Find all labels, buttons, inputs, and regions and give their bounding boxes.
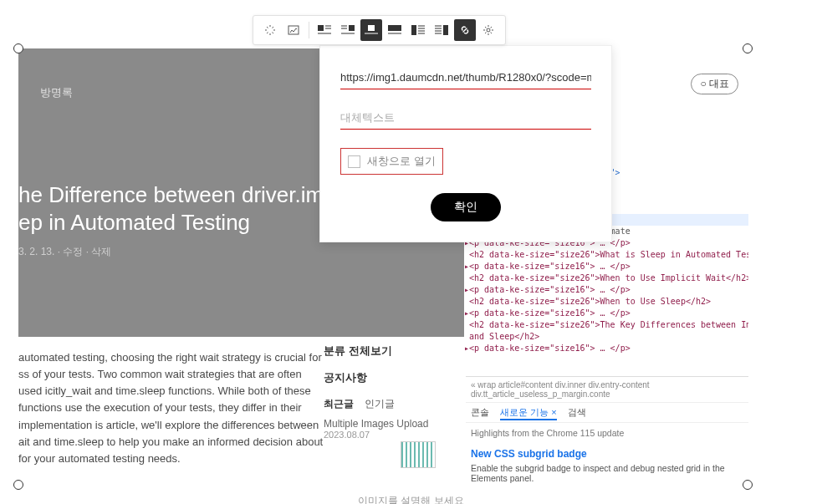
- svg-line-6: [267, 33, 268, 34]
- sidebar-tab-recent: 최근글: [324, 397, 354, 411]
- breadcrumb: 방명록: [40, 85, 73, 100]
- confirm-button[interactable]: 확인: [431, 193, 501, 221]
- svg-rect-8: [288, 26, 299, 34]
- devtools-tab-whatsnew: 새로운 기능 ×: [500, 407, 557, 420]
- chrome-highlights-heading: Highlights from the Chrome 115 update: [466, 423, 748, 443]
- image-caption-input[interactable]: 이미지를 설명해 보세요: [0, 494, 822, 504]
- article-meta: 3. 2. 13. · 수정 · 삭제: [18, 245, 111, 259]
- sidebar-post-title: Multiple Images Upload: [324, 418, 466, 430]
- svg-rect-19: [388, 25, 401, 31]
- align-left-icon[interactable]: [314, 19, 335, 41]
- svg-line-7: [273, 27, 274, 28]
- blog-sidebar: 분류 전체보기 공지사항 최근글 인기글 Multiple Images Upl…: [324, 337, 466, 440]
- whatsnew-item-title-1: New CSS subgrid badge: [466, 443, 748, 461]
- svg-rect-9: [318, 25, 324, 31]
- svg-line-5: [273, 33, 274, 34]
- gear-icon[interactable]: [477, 19, 499, 41]
- devtools-whatsnew-panel: « wrap article#content div.inner div.ent…: [466, 376, 748, 486]
- sidebar-category-header: 분류 전체보기: [324, 344, 466, 359]
- align-right-icon[interactable]: [337, 19, 359, 41]
- devtools-tab-console: 콘솔: [471, 407, 489, 417]
- align-center-icon[interactable]: [360, 19, 382, 41]
- article-title-line1: he Difference between driver.implic: [18, 182, 356, 208]
- sidebar-post-thumb: [401, 441, 436, 468]
- resize-handle-tr[interactable]: [743, 43, 753, 53]
- image-toolbar: [253, 15, 506, 45]
- link-icon[interactable]: [454, 19, 476, 41]
- devtools-tab-search: 검색: [568, 407, 586, 417]
- align-full-icon[interactable]: [384, 19, 406, 41]
- sidebar-notice-header: 공지사항: [324, 370, 466, 385]
- resize-icon[interactable]: [283, 19, 304, 41]
- resize-handle-br[interactable]: [743, 480, 753, 490]
- float-right-icon[interactable]: [431, 19, 452, 41]
- resize-handle-tl[interactable]: [13, 43, 23, 53]
- svg-rect-17: [368, 25, 375, 31]
- elements-breadcrumb: « wrap article#content div.inner div.ent…: [466, 377, 748, 403]
- loading-icon[interactable]: [259, 19, 281, 41]
- url-input[interactable]: [340, 68, 591, 89]
- svg-rect-26: [443, 25, 448, 35]
- svg-line-4: [267, 27, 268, 28]
- sidebar-tab-popular: 인기글: [365, 397, 395, 411]
- whatsnew-item-desc-1: Enable the subgrid badge to inspect and …: [466, 461, 748, 486]
- svg-point-31: [487, 28, 490, 32]
- sidebar-post-date: 2023.08.07: [324, 430, 466, 440]
- link-settings-popup: 새창으로 열기 확인: [319, 45, 612, 242]
- svg-rect-21: [411, 25, 416, 35]
- alt-text-input[interactable]: [340, 108, 591, 130]
- resize-handle-bl[interactable]: [13, 480, 23, 490]
- new-window-checkbox-row[interactable]: 새창으로 열기: [340, 148, 443, 175]
- toolbar-separator: [309, 22, 309, 38]
- new-window-label: 새창으로 열기: [367, 154, 436, 169]
- article-title-line2: ep in Automated Testing: [18, 210, 250, 236]
- float-left-icon[interactable]: [407, 19, 429, 41]
- article-body-text: automated testing, choosing the right wa…: [18, 349, 324, 467]
- checkbox-icon[interactable]: [348, 155, 360, 168]
- svg-rect-13: [349, 25, 355, 31]
